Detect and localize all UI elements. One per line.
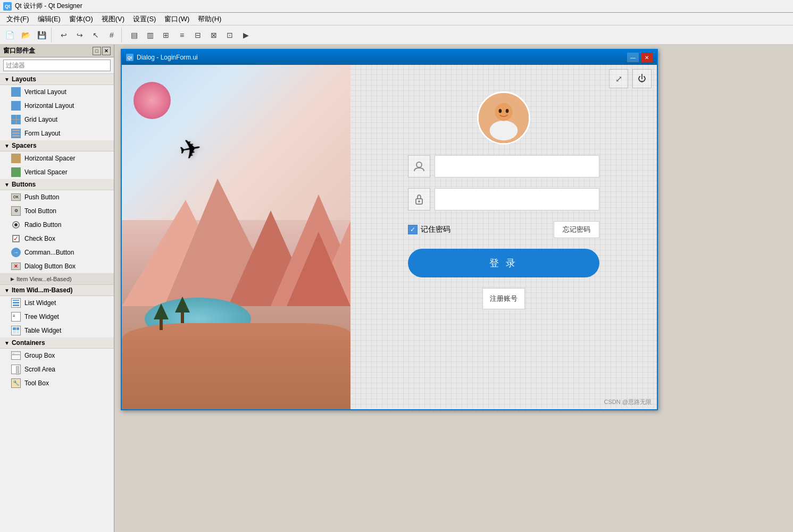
sidebar-item-list-widget[interactable]: List Widget [0,296,114,310]
sidebar-item-radio-button[interactable]: Radio Button [0,218,114,232]
list-widget-label: List Widget [24,299,56,307]
designer-window-title: Dialog - LoginForm.ui [137,54,198,61]
sidebar-controls: □ ✕ [93,47,111,55]
app-icon: Qt [3,2,12,11]
toolbar-layout-v[interactable]: ▥ [143,28,157,43]
toolbar-layout-split-h[interactable]: ⊞ [158,28,173,43]
form-expand-btn[interactable]: ⤢ [609,69,628,88]
section-buttons[interactable]: ▼ Buttons [0,179,114,190]
menu-view[interactable]: 视图(V) [97,13,129,25]
push-button-label: Push Button [24,193,59,201]
section-layouts[interactable]: ▼ Layouts [0,74,114,85]
dialog-button-icon: ✕ [11,261,21,272]
item-view-arrow: ▶ [11,276,14,282]
section-spacers[interactable]: ▼ Spacers [0,140,114,151]
toolbar-open[interactable]: 📂 [18,28,33,43]
forget-password-btn[interactable]: 忘记密码 [554,221,599,238]
lock-icon [413,193,425,205]
password-input[interactable] [435,188,599,210]
fantasy-tree-2 [175,297,190,323]
toolbar-layout-grid[interactable]: ⊟ [190,28,205,43]
sidebar-item-hspacer[interactable]: Horizontal Spacer [0,151,114,165]
sidebar-item-tool-button[interactable]: ⚙ Tool Button [0,204,114,218]
username-input[interactable] [435,155,599,178]
table-widget-icon [11,325,21,336]
sidebar-item-form-layout[interactable]: Form Layout [0,126,114,140]
buttons-arrow: ▼ [4,182,10,188]
checkbox-label: Check Box [24,235,55,242]
sidebar-item-push-button[interactable]: OK Push Button [0,190,114,204]
toolbar-layout-h[interactable]: ▤ [127,28,141,43]
watermark: CSDN @思路无限 [604,398,652,406]
designer-minimize-btn[interactable]: — [627,53,639,62]
svg-point-8 [418,200,420,202]
menu-file[interactable]: 文件(F) [2,13,34,25]
menu-edit[interactable]: 编辑(E) [34,13,65,25]
sidebar-item-vertical-layout[interactable]: Vertical Layout [0,85,114,99]
section-containers[interactable]: ▼ Containers [0,337,114,349]
horizontal-layout-icon [11,100,21,111]
sidebar-item-scroll-area[interactable]: Scroll Area [0,362,114,376]
sidebar-item-tool-box[interactable]: 🔧 Tool Box [0,376,114,390]
svg-point-2 [490,121,518,141]
scroll-area-label: Scroll Area [24,366,55,373]
toolbar-undo[interactable]: ↩ [56,28,71,43]
sidebar-item-grid-layout[interactable]: Grid Layout [0,113,114,126]
avatar-container [477,91,530,145]
toolbar-layout-form[interactable]: ⊠ [206,28,221,43]
toolbar-pointer[interactable]: ↖ [88,28,103,43]
menu-form[interactable]: 窗体(O) [65,13,97,25]
dialog-button-label: Dialog Button Box [24,263,76,270]
tool-box-icon: 🔧 [11,378,21,389]
toolbar-break-layout[interactable]: ⊡ [222,28,237,43]
tree-widget-label: Tree Widget [24,313,59,320]
toolbar-tab-order[interactable]: # [104,28,119,43]
sidebar-float-btn[interactable]: □ [93,47,101,55]
toolbar-save[interactable]: 💾 [34,28,49,43]
group-box-label: Group Box [24,352,55,359]
register-button[interactable]: 注册账号 [482,288,525,309]
sidebar-item-checkbox[interactable]: ✓ Check Box [0,232,114,246]
toolbar-layout-split-v[interactable]: ≡ [174,28,189,43]
main-area: 窗口部件盒 □ ✕ ▼ Layouts Vertical Layout [0,45,793,532]
section-item-widget[interactable]: ▼ Item Wid...m-Based) [0,285,114,296]
fantasy-tree-1 [154,303,169,330]
radio-button-icon [11,219,21,230]
sidebar-item-table-widget[interactable]: Table Widget [0,324,114,337]
toolbar-preview[interactable]: ▶ [238,28,253,43]
section-item-view[interactable]: ▶ Item View...el-Based) [0,273,114,285]
menu-settings[interactable]: 设置(S) [129,13,160,25]
sidebar-title: 窗口部件盒 [3,46,35,55]
fantasy-mountains [122,134,350,306]
sidebar-item-vspacer[interactable]: Vertical Spacer [0,165,114,179]
sidebar-item-dialog-button[interactable]: ✕ Dialog Button Box [0,259,114,273]
sidebar-filter-input[interactable] [3,60,111,71]
password-row [408,188,599,210]
toolbar-new[interactable]: 📄 [2,28,17,43]
layouts-label: Layouts [12,75,36,83]
form-layout-label: Form Layout [24,130,60,137]
menu-window[interactable]: 窗口(W) [160,13,194,25]
toolbar-sep-1 [51,28,54,43]
vertical-layout-label: Vertical Layout [24,88,66,96]
item-widget-arrow: ▼ [4,288,10,293]
sidebar-item-tree-widget[interactable]: ≡ Tree Widget [0,310,114,324]
group-box-icon: □ [11,350,21,361]
form-exit-btn[interactable]: ⏻ [632,69,652,88]
radio-button-label: Radio Button [24,221,61,229]
sidebar-item-horizontal-layout[interactable]: Horizontal Layout [0,99,114,113]
toolbar-redo[interactable]: ↪ [72,28,87,43]
designer-close-btn[interactable]: ✕ [641,53,653,62]
fantasy-orb [133,82,171,119]
sidebar-item-command-button[interactable]: → Comman...Button [0,246,114,259]
designer-win-controls: — ✕ [627,53,653,62]
remember-text: 记住密码 [421,225,450,234]
remember-label[interactable]: ✓ 记住密码 [408,225,450,234]
sidebar-close-btn[interactable]: ✕ [102,47,111,55]
tool-box-label: Tool Box [24,379,49,387]
menu-help[interactable]: 帮助(H) [194,13,226,25]
login-button[interactable]: 登 录 [408,249,599,277]
menu-bar: 文件(F) 编辑(E) 窗体(O) 视图(V) 设置(S) 窗口(W) 帮助(H… [0,13,793,26]
remember-checkbox[interactable]: ✓ [408,225,418,234]
sidebar-item-group-box[interactable]: □ Group Box [0,349,114,362]
